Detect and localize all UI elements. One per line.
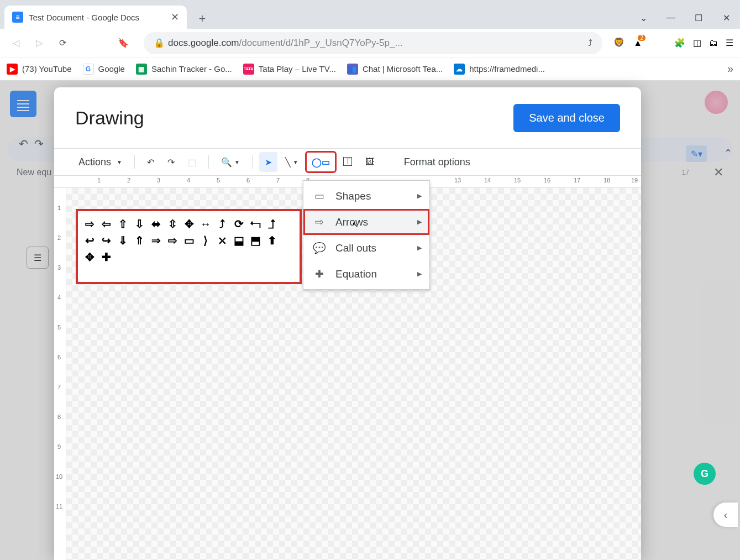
arrow-shape-3[interactable]: ⇩ [132,217,146,231]
url-text: docs.google.com/document/d/1hP_y_UsnQ7Yo… [168,38,403,49]
browser-tab-active[interactable]: ≡ Test Document - Google Docs ✕ [4,6,187,29]
browser-tab-bar: ≡ Test Document - Google Docs ✕ + ⌄ — ☐ … [0,0,740,29]
bookmark-google[interactable]: G Google [83,64,125,75]
equation-icon: ✚ [313,268,326,280]
arrow-shape-7[interactable]: ↔ [198,217,213,231]
brave-rewards-icon[interactable]: ▲ [633,38,642,48]
actions-menu[interactable]: Actions▼ [70,152,128,172]
brave-shields-icon[interactable]: 🦁 [613,37,626,49]
redo-button[interactable]: ↷ [162,152,180,172]
arrow-shape-4[interactable]: ⬌ [149,217,163,231]
menu-item-arrows[interactable]: ⇨ Arrows ▶ ↖ [303,209,429,235]
sidepanel-icon[interactable]: ◫ [693,38,701,48]
menu-item-equation[interactable]: ✚ Equation ▶ [303,261,429,287]
arrow-shape-12[interactable]: ↩ [82,233,97,248]
arrow-shape-23[interactable]: ⬆ [265,233,279,248]
google-icon: G [83,64,94,75]
undo-button[interactable]: ↶ [141,152,160,172]
arrow-shape-16[interactable]: ⇒ [149,233,163,248]
callout-icon: 💬 [313,242,326,254]
arrow-shape-0[interactable]: ⇨ [82,217,97,231]
tabsearch-icon[interactable]: ⌄ [629,7,657,29]
save-and-close-button[interactable]: Save and close [513,104,620,132]
arrow-shape-9[interactable]: ⟳ [232,217,246,231]
image-icon: 🖼 [365,157,374,167]
arrow-shape-14[interactable]: ⇓ [116,233,130,248]
cloud-icon: ☁ [454,64,465,75]
bookmarks-overflow-button[interactable]: » [727,62,733,75]
submenu-arrow-icon: ▶ [417,192,422,200]
arrow-icon: ⇨ [313,216,326,228]
rectangle-icon: ▭ [313,190,326,202]
share-icon[interactable]: ⤴ [588,38,592,48]
shape-icon: ◯▭ [312,157,330,168]
select-tool-button[interactable]: ➤ [259,152,277,172]
bookmark-teams[interactable]: 👥 Chat | Microsoft Tea... [347,64,443,75]
nav-back-button[interactable]: ◁ [7,34,25,53]
tab-title: Test Document - Google Docs [29,13,139,22]
shape-tool-button[interactable]: ◯▭ [306,152,335,172]
shape-dropdown-menu: ▭ Shapes ▶ ⇨ Arrows ▶ ↖ 💬 Call outs ▶ ✚ … [303,180,430,290]
mouse-cursor-icon: ↖ [352,220,359,229]
cursor-icon: ➤ [265,157,272,168]
redo-icon: ↷ [167,157,175,168]
bookmark-icon[interactable]: 🔖 [114,34,133,53]
arrow-shape-13[interactable]: ↪ [99,233,113,248]
extensions-icon[interactable]: 🧩 [674,38,685,48]
window-minimize-button[interactable]: — [657,7,685,29]
menu-icon[interactable]: ☰ [726,38,733,48]
arrow-shape-20[interactable]: ⤬ [215,233,229,248]
zoom-button[interactable]: 🔍▼ [216,152,245,172]
nav-reload-button[interactable]: ⟳ [53,34,72,53]
arrow-shape-15[interactable]: ⇑ [132,233,146,248]
paint-format-button[interactable]: ⬚ [182,152,202,172]
arrow-shape-2[interactable]: ⇧ [116,217,130,231]
arrow-shape-10[interactable]: ⮢ [248,217,263,231]
arrow-shape-17[interactable]: ⇨ [165,233,180,248]
arrow-shape-21[interactable]: ⬓ [232,233,246,248]
arrow-shape-22[interactable]: ⬒ [248,233,263,248]
drawing-dialog: Drawing Save and close Actions▼ ↶ ↷ ⬚ 🔍▼… [54,87,641,560]
arrow-shape-1[interactable]: ⇦ [99,217,113,231]
arrows-shapes-panel: ⇨⇦⇧⇩⬌⇳✥↔⤴⟳⮢⮥↩↪⇓⇑⇒⇨▭⟩⤬⬓⬒⬆✥✚ [78,211,300,282]
side-panel-toggle[interactable]: ‹ [713,503,738,527]
arrow-shape-19[interactable]: ⟩ [198,233,213,248]
grammarly-button[interactable]: G [694,463,716,485]
nav-forward-button[interactable]: ▷ [30,34,49,53]
arrow-shape-8[interactable]: ⤴ [215,217,229,231]
lock-icon: 🔒 [154,38,165,48]
drawing-toolbar: Actions▼ ↶ ↷ ⬚ 🔍▼ ➤ ╲▼ ◯▭ 🅃 🖼 Format opt… [54,148,641,176]
arrow-shape-25[interactable]: ✚ [99,250,113,264]
tata-icon: TATA [243,64,254,75]
dialog-title: Drawing [75,107,144,129]
bookmark-onedrive[interactable]: ☁ https://framedmedi... [454,64,545,75]
arrow-shape-5[interactable]: ⇳ [165,217,180,231]
bookmarks-bar: ▶ (73) YouTube G Google ▦ Sachin Tracker… [0,57,740,81]
textbox-tool-button[interactable]: 🅃 [338,152,358,172]
textbox-icon: 🅃 [343,157,352,167]
format-options-button[interactable]: Format options [395,152,479,172]
window-close-button[interactable]: ✕ [712,7,740,29]
window-maximize-button[interactable]: ☐ [685,7,712,29]
arrow-shape-18[interactable]: ▭ [182,233,196,248]
arrow-shape-11[interactable]: ⮥ [265,217,279,231]
arrow-shape-24[interactable]: ✥ [82,250,97,264]
tab-close-icon[interactable]: ✕ [171,11,179,23]
bookmark-sheets[interactable]: ▦ Sachin Tracker - Go... [136,64,232,75]
menu-item-shapes[interactable]: ▭ Shapes ▶ [303,183,429,209]
image-tool-button[interactable]: 🖼 [360,152,380,172]
address-bar[interactable]: 🔒 docs.google.com/document/d/1hP_y_UsnQ7… [144,32,602,54]
line-icon: ╲ [285,157,291,168]
menu-item-callouts[interactable]: 💬 Call outs ▶ [303,235,429,261]
line-tool-button[interactable]: ╲▼ [280,152,304,172]
wallet-icon[interactable]: 🗂 [709,38,718,48]
new-tab-button[interactable]: + [192,9,212,29]
window-controls: ⌄ — ☐ ✕ [629,7,740,29]
undo-icon: ↶ [147,157,154,168]
bookmark-tata[interactable]: TATA Tata Play – Live TV... [243,64,336,75]
bookmark-youtube[interactable]: ▶ (73) YouTube [7,64,72,75]
paint-roller-icon: ⬚ [188,157,196,168]
docs-favicon: ≡ [12,12,23,23]
arrow-shape-6[interactable]: ✥ [182,217,196,231]
zoom-icon: 🔍 [221,157,232,168]
